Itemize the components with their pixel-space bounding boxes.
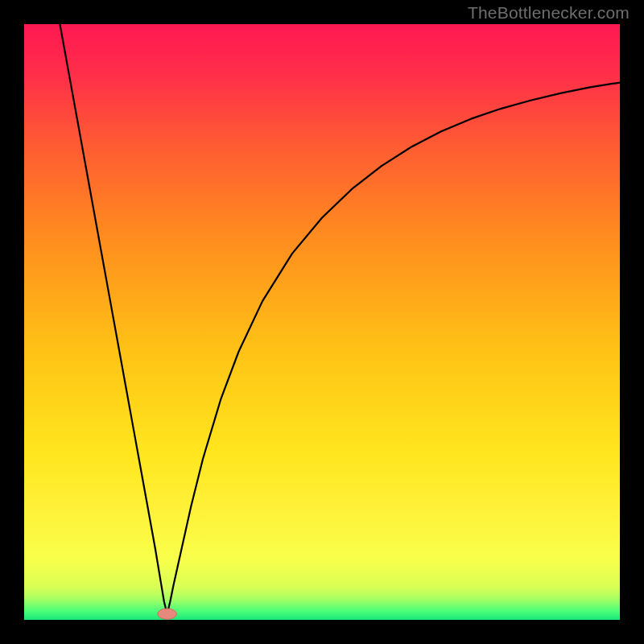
- watermark-text: TheBottlenecker.com: [468, 3, 630, 23]
- chart-frame: TheBottlenecker.com: [0, 0, 644, 644]
- optimum-marker: [158, 609, 177, 619]
- plot-area: [24, 24, 620, 620]
- chart-svg: [24, 24, 620, 620]
